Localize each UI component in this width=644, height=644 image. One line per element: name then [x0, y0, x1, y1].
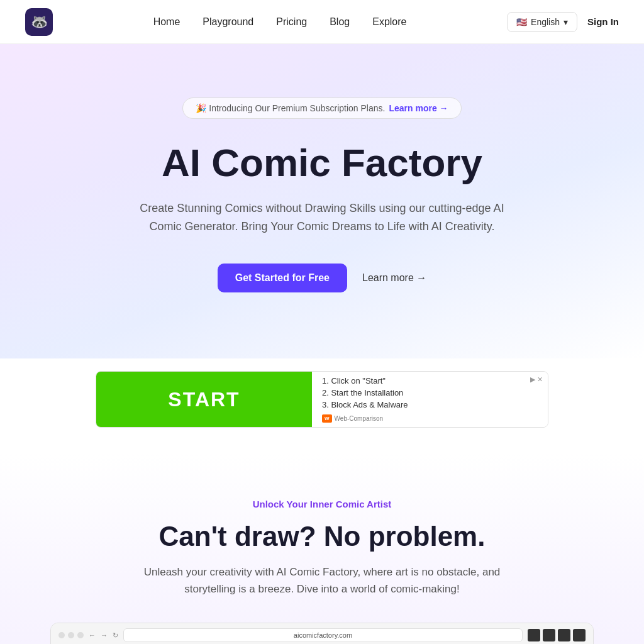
announcement-banner: 🎉 Introducing Our Premium Subscription P…: [182, 97, 461, 119]
ad-right: ▶ ✕ 1. Click on "Start" 2. Start the Ins…: [312, 372, 548, 427]
announcement-text: 🎉 Introducing Our Premium Subscription P…: [196, 103, 385, 113]
ad-section: START ▶ ✕ 1. Click on "Start" 2. Start t…: [0, 358, 644, 453]
ad-corner: ▶ ✕: [530, 375, 543, 384]
logo-area: 🦝: [25, 8, 53, 36]
browser-side-btn4: [573, 629, 586, 641]
unlock-section: Unlock Your Inner Comic Artist Can't dra…: [0, 453, 644, 644]
hero-section: 🎉 Introducing Our Premium Subscription P…: [0, 44, 644, 358]
main-nav: Home Playground Pricing Blog Explore: [153, 16, 407, 28]
sign-in-button[interactable]: Sign In: [587, 16, 619, 27]
header: 🦝 Home Playground Pricing Blog Explore 🇺…: [0, 0, 644, 44]
browser-refresh[interactable]: ↻: [113, 631, 118, 640]
chevron-down-icon: ▾: [564, 17, 568, 27]
announcement-link[interactable]: Learn more →: [389, 103, 448, 113]
browser-preview: ← → ↻ aicomicfactory.com American (moder…: [50, 623, 594, 644]
dot-green: [77, 632, 84, 638]
nav-home[interactable]: Home: [153, 16, 180, 28]
web-comparison-logo: W: [322, 414, 332, 423]
nav-blog[interactable]: Blog: [330, 16, 350, 28]
hero-buttons: Get Started for Free Learn more →: [218, 264, 427, 292]
browser-side-btn2: [543, 629, 555, 641]
get-started-button[interactable]: Get Started for Free: [218, 264, 347, 292]
hero-subtitle: Create Stunning Comics without Drawing S…: [133, 199, 511, 236]
header-right: 🇺🇸 English ▾ Sign In: [507, 12, 619, 32]
ad-step1: 1. Click on "Start": [322, 376, 538, 386]
language-label: English: [531, 17, 560, 27]
learn-more-button[interactable]: Learn more →: [362, 272, 426, 284]
section-body: Unleash your creativity with AI Comic Fa…: [140, 564, 504, 597]
ad-controls: ▶ ✕: [530, 375, 543, 384]
browser-back[interactable]: ←: [89, 631, 96, 639]
dot-yellow: [68, 632, 74, 638]
nav-pricing[interactable]: Pricing: [276, 16, 307, 28]
logo-icon: 🦝: [25, 8, 53, 36]
nav-playground[interactable]: Playground: [203, 16, 253, 28]
browser-url-bar[interactable]: aicomicfactory.com: [123, 628, 523, 642]
ad-step3: 3. Block Ads & Malware: [322, 400, 538, 409]
dot-red: [58, 632, 65, 638]
ad-left: START: [96, 372, 312, 427]
browser-dots: [58, 632, 84, 638]
ad-start-label: START: [168, 388, 240, 411]
browser-forward[interactable]: →: [101, 631, 108, 639]
flag-icon: 🇺🇸: [516, 17, 527, 27]
section-heading: Can't draw? No problem.: [25, 521, 619, 552]
web-comparison-label: Web-Comparison: [335, 415, 384, 422]
ad-container[interactable]: START ▶ ✕ 1. Click on "Start" 2. Start t…: [96, 371, 548, 428]
language-selector[interactable]: 🇺🇸 English ▾: [507, 12, 577, 32]
ad-footer: W Web-Comparison: [322, 414, 538, 423]
nav-explore[interactable]: Explore: [372, 16, 406, 28]
ad-step2: 2. Start the Installation: [322, 388, 538, 397]
browser-side-controls: [528, 629, 586, 641]
browser-side-btn3: [558, 629, 570, 641]
section-eyebrow: Unlock Your Inner Comic Artist: [140, 497, 504, 512]
browser-side-btn1: [528, 629, 540, 641]
hero-title: AI Comic Factory: [162, 142, 482, 184]
browser-bar: ← → ↻ aicomicfactory.com: [51, 623, 593, 644]
